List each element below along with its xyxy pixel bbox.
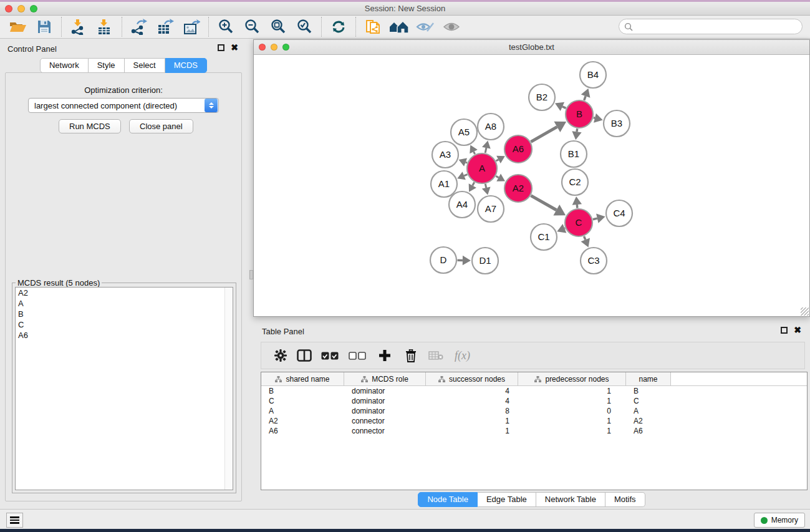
show-graphics-details-button[interactable] <box>438 16 465 37</box>
mcds-result-item[interactable]: C <box>16 319 233 330</box>
table-cell[interactable]: C <box>261 396 344 406</box>
table-cell[interactable]: 1 <box>518 396 626 406</box>
export-table-button[interactable] <box>152 16 178 37</box>
table-row-A2[interactable]: A2connector11A2 <box>261 416 807 426</box>
delete-column-button[interactable] <box>398 343 423 368</box>
resize-grip[interactable] <box>801 307 809 316</box>
mcds-result-list[interactable]: A2ABCA6 <box>15 287 233 490</box>
table-row-A[interactable]: Adominator80A <box>261 406 807 416</box>
save-session-button[interactable] <box>31 16 57 37</box>
table-cell[interactable]: A6 <box>626 426 671 436</box>
split-columns-button[interactable] <box>292 343 316 368</box>
table-row-C[interactable]: Cdominator41C <box>261 396 807 406</box>
table-cell[interactable]: A2 <box>626 416 671 426</box>
tab-select[interactable]: Select <box>125 58 165 73</box>
tab-edge-table[interactable]: Edge Table <box>478 492 536 507</box>
graph-edge-A6-B[interactable] <box>531 127 557 142</box>
table-cell[interactable]: 1 <box>426 416 518 426</box>
table-cell[interactable]: connector <box>344 426 426 436</box>
memory-button[interactable]: Memory <box>754 513 805 528</box>
close-panel-button[interactable]: Close panel <box>129 119 193 133</box>
table-cell[interactable]: A <box>261 406 344 416</box>
graph-edge-A-A1[interactable] <box>464 175 467 176</box>
function-builder-button[interactable]: f(x) <box>448 349 470 362</box>
refresh-view-button[interactable] <box>325 16 352 37</box>
table-cell[interactable]: A6 <box>261 426 344 436</box>
tab-node-table[interactable]: Node Table <box>418 492 478 507</box>
delete-table-button[interactable] <box>423 343 448 368</box>
column-header-MCDS-role[interactable]: MCDS role <box>344 372 426 386</box>
table-row-B[interactable]: Bdominator41B <box>261 386 807 396</box>
graph-edge-A-A8[interactable] <box>485 148 486 153</box>
table-cell[interactable]: 0 <box>518 406 626 416</box>
export-image-button[interactable] <box>178 16 205 37</box>
column-header-shared-name[interactable]: shared name <box>261 372 344 386</box>
deselect-all-checkboxes-button[interactable] <box>344 343 371 368</box>
table-cell[interactable]: C <box>626 396 671 406</box>
tab-network-table[interactable]: Network Table <box>536 492 605 507</box>
graph-edge-B-B4[interactable] <box>584 96 586 100</box>
hide-graphics-details-button[interactable] <box>412 16 438 37</box>
table-cell[interactable]: dominator <box>344 396 426 406</box>
graph-edge-A-A2[interactable] <box>496 176 498 177</box>
run-mcds-button[interactable]: Run MCDS <box>59 119 121 133</box>
search-field[interactable] <box>619 19 803 34</box>
graph-edge-C-C3[interactable] <box>584 236 586 240</box>
graph-edge-A-A4[interactable] <box>473 182 475 185</box>
table-cell[interactable]: B <box>261 386 344 396</box>
tab-style[interactable]: Style <box>89 58 125 73</box>
tab-mcds[interactable]: MCDS <box>165 58 207 73</box>
criterion-dropdown[interactable]: largest connected component (directed) <box>28 98 219 113</box>
open-session-button[interactable] <box>5 16 31 37</box>
table-cell[interactable]: B <box>626 386 671 396</box>
table-cell[interactable]: dominator <box>344 386 426 396</box>
float-panel-icon[interactable] <box>218 44 224 51</box>
column-header-name[interactable]: name <box>626 372 671 386</box>
tab-network[interactable]: Network <box>40 58 89 73</box>
home-button[interactable] <box>386 16 412 37</box>
table-cell[interactable]: 4 <box>426 396 518 406</box>
graph-edge-A-A7[interactable] <box>485 184 486 188</box>
import-network-button[interactable] <box>65 16 92 37</box>
import-table-button[interactable] <box>92 16 118 37</box>
table-cell[interactable]: 1 <box>518 426 626 436</box>
graph-edge-A-A3[interactable] <box>466 162 468 163</box>
graph-edge-A-A5[interactable] <box>474 152 475 154</box>
column-header-successor-nodes[interactable]: successor nodes <box>426 372 518 386</box>
zoom-selected-button[interactable] <box>291 16 317 37</box>
close-panel-icon[interactable]: ✖ <box>794 327 801 334</box>
table-cell[interactable]: A2 <box>261 416 344 426</box>
graph-edge-B-B1[interactable] <box>577 128 577 132</box>
zoom-out-button[interactable] <box>239 16 265 37</box>
table-cell[interactable]: 1 <box>518 386 626 396</box>
scrollbar-track[interactable] <box>224 288 233 490</box>
zoom-fit-button[interactable] <box>265 16 291 37</box>
add-column-button[interactable] <box>371 343 398 368</box>
mcds-result-item[interactable]: A6 <box>16 330 233 341</box>
table-cell[interactable]: 1 <box>426 426 518 436</box>
select-all-checkboxes-button[interactable] <box>316 343 344 368</box>
table-row-A6[interactable]: A6connector11A6 <box>261 426 807 436</box>
clone-network-button[interactable] <box>360 16 386 37</box>
table-cell[interactable]: 4 <box>426 386 518 396</box>
graph-edge-B-B3[interactable] <box>594 118 595 118</box>
float-panel-icon[interactable] <box>781 327 788 334</box>
splitter-handle[interactable] <box>249 270 253 279</box>
graph-edge-C-C2[interactable] <box>577 205 577 208</box>
table-cell[interactable]: dominator <box>344 406 426 416</box>
mcds-result-item[interactable]: A2 <box>16 288 233 298</box>
search-input[interactable] <box>636 22 802 31</box>
node-table[interactable]: shared nameMCDS rolesuccessor nodesprede… <box>261 372 808 490</box>
tab-motifs[interactable]: Motifs <box>605 492 645 507</box>
table-cell[interactable]: 1 <box>518 416 626 426</box>
network-canvas[interactable]: B4B2BB3A5A8A6B1A3AA1C2A2A4A7CC4C1C3DD1 <box>254 55 809 316</box>
graph-edge-A2-C[interactable] <box>531 196 556 210</box>
table-cell[interactable]: connector <box>344 416 426 426</box>
table-settings-button[interactable] <box>269 343 292 368</box>
graph-edge-C-C4[interactable] <box>593 218 597 220</box>
network-graph[interactable]: B4B2BB3A5A8A6B1A3AA1C2A2A4A7CC4C1C3DD1 <box>254 55 809 316</box>
graph-edge-B-B2[interactable] <box>562 107 566 109</box>
zoom-in-button[interactable] <box>213 16 239 37</box>
table-cell[interactable]: 8 <box>426 406 518 416</box>
column-header-predecessor-nodes[interactable]: predecessor nodes <box>518 372 626 386</box>
